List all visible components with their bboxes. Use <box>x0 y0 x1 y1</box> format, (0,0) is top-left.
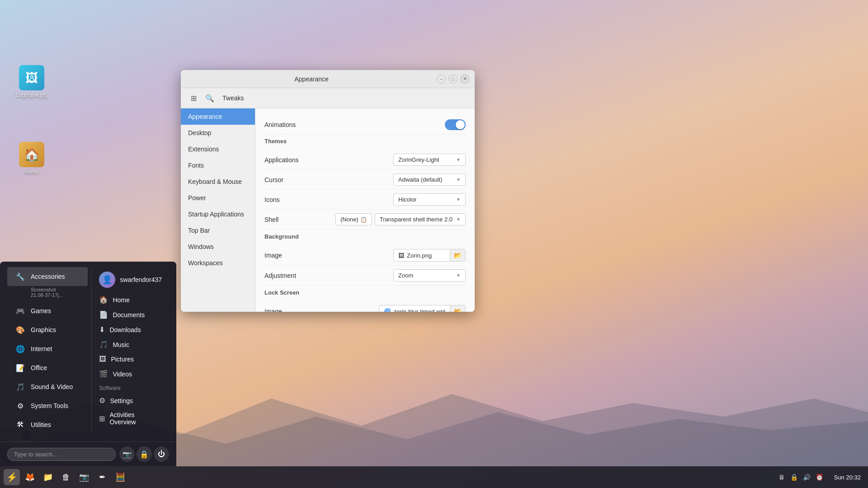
icons-theme-label: Icons <box>264 196 393 203</box>
nav-topbar[interactable]: Top Bar <box>181 222 255 239</box>
tray-volume-icon[interactable]: 🔊 <box>802 473 811 482</box>
nav-workspaces[interactable]: Workspaces <box>181 255 255 271</box>
background-image-open-button[interactable]: 📂 <box>450 249 465 261</box>
app-search-input[interactable] <box>7 448 116 461</box>
window-close-button[interactable]: ✕ <box>460 75 469 84</box>
tray-display-icon[interactable]: 🖥 <box>777 473 786 482</box>
animations-toggle[interactable] <box>445 119 466 130</box>
taskbar-calc-button[interactable]: 🧮 <box>112 469 128 485</box>
tray-clock-icon[interactable]: ⏰ <box>815 473 824 482</box>
place-activities[interactable]: ⊞ Activities Overview <box>92 408 169 429</box>
category-graphics[interactable]: 🎨 Graphics <box>7 320 88 339</box>
place-activities-icon: ⊞ <box>99 414 105 423</box>
category-office[interactable]: 📝 Office <box>7 358 88 377</box>
background-image-icon: 🖼 <box>398 252 404 259</box>
place-settings-icon: ⚙ <box>99 396 105 405</box>
window-maximize-button[interactable]: □ <box>448 75 458 84</box>
nav-fonts[interactable]: Fonts <box>181 157 255 174</box>
desktop-icon-logotype-label: Logotype.jpg <box>16 92 47 99</box>
place-music[interactable]: 🎵 Music <box>92 337 169 352</box>
toolbar-grid-icon[interactable]: ⊞ <box>186 91 201 105</box>
app-menu-right: 👤 swarfendor437 🏠 Home 📄 Documents ⬇ Dow… <box>91 267 169 434</box>
lock-screen-button[interactable]: 🔒 <box>137 446 152 462</box>
place-downloads[interactable]: ⬇ Downloads <box>92 322 169 337</box>
applications-theme-dropdown[interactable]: ZorinGrey-Light ▼ <box>393 154 466 166</box>
place-videos[interactable]: 🎬 Videos <box>92 366 169 381</box>
place-pictures-icon: 🖼 <box>99 355 106 363</box>
nav-startup[interactable]: Startup Applications <box>181 206 255 222</box>
applications-theme-label: Applications <box>264 156 393 164</box>
window-minimize-button[interactable]: − <box>437 75 446 84</box>
category-system-tools[interactable]: ⚙ System Tools <box>7 396 88 415</box>
background-adjustment-dropdown[interactable]: Zoom ▼ <box>393 269 466 282</box>
taskbar-inkscape-button[interactable]: ✒ <box>94 469 110 485</box>
cursor-theme-row: Cursor Adwaita (default) ▼ <box>264 170 466 190</box>
toolbar-search-icon[interactable]: 🔍 <box>203 91 217 105</box>
themes-section-title: Themes <box>264 138 466 145</box>
cursor-theme-dropdown[interactable]: Adwaita (default) ▼ <box>393 174 466 186</box>
nav-keyboard-mouse[interactable]: Keyboard & Mouse <box>181 174 255 190</box>
place-videos-icon: 🎬 <box>99 370 108 378</box>
shell-dropdown-arrow: ▼ <box>456 217 461 222</box>
category-accessories[interactable]: 🔧 Accessories <box>7 267 88 286</box>
tweaks-content: Animations Themes Applications ZorinGrey… <box>255 108 475 312</box>
window-controls: − □ ✕ <box>437 75 469 84</box>
taskbar-firefox-button[interactable]: 🦊 <box>22 469 38 485</box>
desktop-icon-logotype[interactable]: 🖼 Logotype.jpg <box>14 63 50 100</box>
category-games[interactable]: 🎮 Games <box>7 301 88 320</box>
lock-screen-image-control: 🌀 zorin-blur-timed.xml 📂 <box>379 305 466 312</box>
taskbar-trash-button[interactable]: 🗑 <box>58 469 74 485</box>
nav-extensions[interactable]: Extensions <box>181 141 255 157</box>
window-title: Appearance <box>186 75 437 83</box>
cat-system-tools-icon: ⚙ <box>14 400 26 412</box>
place-home-label: Home <box>113 296 129 304</box>
background-adjustment-row: Adjustment Zoom ▼ <box>264 266 466 286</box>
tweaks-window: Appearance − □ ✕ ⊞ 🔍 Tweaks Appearance D… <box>181 70 475 312</box>
taskbar-files-button[interactable]: 📁 <box>40 469 56 485</box>
place-settings[interactable]: ⚙ Settings <box>92 393 169 408</box>
nav-power[interactable]: Power <box>181 190 255 206</box>
taskbar-systray: 🖥 🔒 🔊 ⏰ <box>774 473 828 482</box>
place-pictures[interactable]: 🖼 Pictures <box>92 352 169 366</box>
category-sound-video[interactable]: 🎵 Sound & Video <box>7 377 88 396</box>
lock-screen-image-open-button[interactable]: 📂 <box>450 305 465 312</box>
nav-appearance[interactable]: Appearance <box>181 108 255 125</box>
place-documents[interactable]: 📄 Documents <box>92 307 169 322</box>
nav-windows[interactable]: Windows <box>181 239 255 255</box>
cat-games-label: Games <box>31 307 51 314</box>
cat-utilities-label: Utilities <box>31 421 51 428</box>
category-utilities[interactable]: 🛠 Utilities <box>7 415 88 434</box>
place-downloads-label: Downloads <box>109 326 141 333</box>
app-menu-categories: 🔧 Accessories Screenshot21.08-37-17j... … <box>7 267 88 440</box>
desktop-icon-home[interactable]: 🏠 Home <box>14 140 50 177</box>
place-activities-label: Activities Overview <box>109 411 162 426</box>
power-button[interactable]: ⏻ <box>154 446 169 462</box>
animations-row: Animations <box>264 116 466 134</box>
tray-lock-icon[interactable]: 🔒 <box>790 473 799 482</box>
icons-theme-row: Icons Hicolor ▼ <box>264 190 466 210</box>
taskbar-right: 🖥 🔒 🔊 ⏰ Sun 20:32 <box>774 473 864 482</box>
nav-desktop[interactable]: Desktop <box>181 125 255 141</box>
shell-none-button[interactable]: (None) 📋 <box>335 213 372 225</box>
taskbar: ⚡ 🦊 📁 🗑 📷 ✒ 🧮 🖥 🔒 🔊 ⏰ Sun 20:32 <box>0 466 868 488</box>
app-menu-bottom: 📷 🔒 ⏻ <box>0 441 176 466</box>
lock-screen-image-icon: 🌀 <box>384 308 391 312</box>
background-image-selector[interactable]: 🖼 Zorin.png 📂 <box>393 249 466 262</box>
place-music-label: Music <box>113 341 129 348</box>
cat-office-label: Office <box>31 364 47 371</box>
place-settings-label: Settings <box>110 397 133 404</box>
lock-screen-section-title: Lock Screen <box>264 289 466 296</box>
taskbar-zorin-button[interactable]: ⚡ <box>4 469 20 485</box>
taskbar-photos-button[interactable]: 📷 <box>76 469 92 485</box>
screenshot-button[interactable]: 📷 <box>119 446 135 462</box>
icons-theme-dropdown[interactable]: Hicolor ▼ <box>393 193 466 206</box>
category-internet[interactable]: 🌐 Internet <box>7 339 88 358</box>
cat-system-tools-label: System Tools <box>31 402 68 409</box>
shell-theme-label: Shell <box>264 216 335 223</box>
shell-none-icon: 📋 <box>360 216 367 223</box>
lock-screen-image-selector[interactable]: 🌀 zorin-blur-timed.xml 📂 <box>379 305 466 312</box>
place-home[interactable]: 🏠 Home <box>92 292 169 307</box>
window-titlebar: Appearance − □ ✕ <box>181 70 475 88</box>
place-videos-label: Videos <box>113 371 132 378</box>
shell-theme-dropdown[interactable]: Transparent shell theme 2.0 ▼ <box>375 213 466 225</box>
